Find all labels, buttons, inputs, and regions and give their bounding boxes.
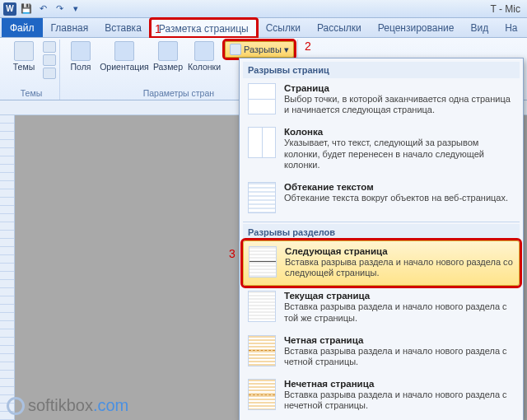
separator (243, 222, 520, 222)
theme-colors-icon[interactable] (43, 41, 56, 53)
ribbon-tabs: Файл Главная Вставка Разметка страницы С… (0, 18, 527, 38)
dd-item-odd-page[interactable]: Нечетная страница Вставка разрыва раздел… (243, 374, 520, 418)
gear-icon (7, 397, 25, 415)
callout-3: 3 (229, 247, 236, 260)
orientation-icon (114, 41, 134, 61)
dd-desc: Вставка разрыва раздела и начало нового … (284, 301, 515, 323)
dd-desc: Вставка разрыва раздела и начало нового … (285, 257, 514, 278)
columns-icon (194, 41, 214, 61)
tab-references[interactable]: Ссылки (258, 18, 309, 37)
dd-item-even-page[interactable]: Четная страница Вставка разрыва раздела … (243, 330, 520, 374)
theme-fonts-icon[interactable] (43, 54, 56, 66)
continuous-icon (248, 291, 276, 322)
dd-item-column[interactable]: Колонка Указывает, что текст, следующий … (243, 122, 520, 177)
dd-title: Текущая страница (284, 291, 515, 301)
window-title: T - Mic (491, 3, 524, 15)
dd-desc: Выбор точки, в которой заканчивается одн… (284, 94, 515, 115)
tab-review[interactable]: Рецензирование (370, 18, 463, 37)
odd-page-icon (248, 379, 276, 410)
margins-icon (71, 41, 91, 61)
orientation-label: Ориентация (100, 63, 149, 72)
dd-desc: Указывает, что текст, следующий за разры… (284, 138, 515, 170)
even-page-icon (248, 335, 276, 366)
tab-page-layout[interactable]: Разметка страницы (150, 18, 258, 38)
column-break-icon (248, 127, 276, 158)
margins-label: Поля (71, 63, 91, 72)
tab-view[interactable]: Вид (462, 18, 497, 37)
theme-effects-icon[interactable] (43, 68, 56, 79)
themes-icon (14, 41, 34, 61)
dd-title: Нечетная страница (284, 379, 515, 389)
title-bar: W 💾 ↶ ↷ ▾ T - Mic (0, 0, 527, 18)
tab-insert[interactable]: Вставка (96, 18, 150, 37)
themes-label: Темы (13, 63, 35, 72)
themes-button[interactable]: Темы (7, 40, 41, 79)
size-icon (158, 41, 178, 61)
save-icon[interactable]: 💾 (20, 2, 33, 16)
breaks-icon (230, 44, 241, 55)
dd-title: Четная страница (284, 335, 515, 345)
redo-icon[interactable]: ↷ (53, 2, 66, 16)
textwrap-break-icon (248, 182, 276, 213)
dd-title: Следующая страница (285, 246, 514, 256)
columns-label: Колонки (188, 63, 221, 72)
dd-desc: Обтекание текста вокруг объектов на веб-… (284, 193, 515, 203)
callout-2: 2 (305, 40, 311, 53)
undo-icon[interactable]: ↶ (36, 2, 49, 16)
next-page-icon (249, 246, 277, 278)
chevron-down-icon: ▾ (284, 44, 289, 55)
columns-button[interactable]: Колонки (187, 40, 222, 73)
dd-item-continuous[interactable]: Текущая страница Вставка разрыва раздела… (243, 286, 520, 329)
qat-customize-icon[interactable]: ▾ (69, 2, 82, 16)
dd-item-page[interactable]: Страница Выбор точки, в которой заканчив… (243, 78, 520, 122)
word-app-icon: W (3, 2, 16, 16)
dd-title: Колонка (284, 127, 515, 137)
tab-mailings[interactable]: Рассылки (309, 18, 370, 37)
quick-access-toolbar: 💾 ↶ ↷ ▾ (20, 2, 82, 16)
size-button[interactable]: Размер (151, 40, 185, 73)
dd-item-textwrap[interactable]: Обтекание текстом Обтекание текста вокру… (243, 177, 520, 220)
callout-1: 1 (155, 22, 161, 35)
tab-file[interactable]: Файл (2, 18, 43, 37)
dd-desc: Вставка разрыва раздела и начало нового … (284, 390, 515, 411)
dd-desc: Вставка разрыва раздела и начало нового … (284, 346, 515, 367)
watermark-text-a: softikbox (28, 396, 93, 414)
margins-button[interactable]: Поля (63, 40, 98, 73)
tab-addins[interactable]: На (497, 18, 525, 37)
page-break-icon (248, 83, 276, 114)
group-label-themes: Темы (7, 88, 56, 100)
dd-title: Обтекание текстом (284, 182, 515, 192)
breaks-dropdown: Разрывы страниц Страница Выбор точки, в … (239, 58, 524, 420)
tab-home[interactable]: Главная (43, 18, 97, 37)
size-label: Размер (153, 63, 183, 72)
orientation-button[interactable]: Ориентация (100, 40, 149, 73)
group-themes: Темы Темы (3, 40, 60, 100)
dd-title: Страница (284, 83, 515, 93)
watermark-text-b: .com (93, 396, 128, 414)
breaks-button[interactable]: Разрывы ▾ (225, 41, 294, 58)
watermark: softikbox.com (7, 396, 128, 415)
dd-header-page-breaks: Разрывы страниц (243, 62, 520, 78)
vertical-ruler[interactable] (0, 115, 15, 420)
breaks-label: Разрывы (244, 44, 282, 54)
dd-header-section-breaks: Разрывы разделов (243, 224, 520, 240)
dd-item-next-page[interactable]: Следующая страница Вставка разрыва разде… (243, 240, 520, 286)
